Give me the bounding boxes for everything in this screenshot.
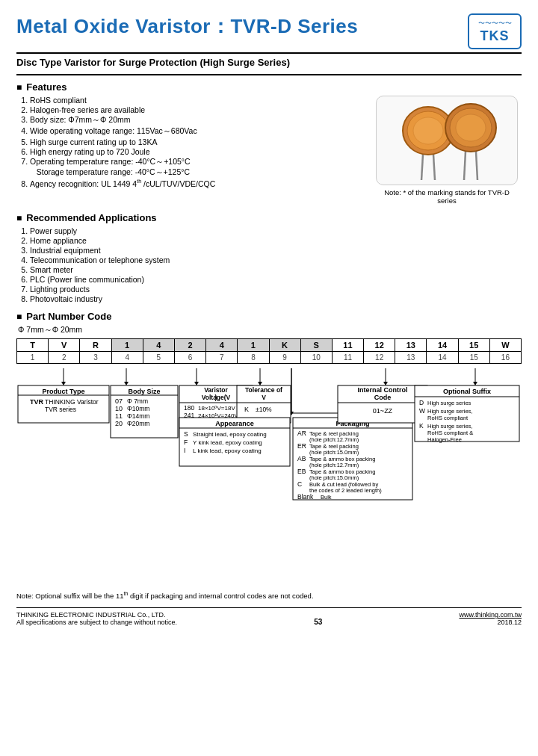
svg-marker-11 xyxy=(61,382,66,385)
svg-marker-17 xyxy=(258,382,262,385)
svg-text:RoHS compliant &: RoHS compliant & xyxy=(427,430,473,436)
features-list: RoHS compliant Halogen-free series are a… xyxy=(16,96,365,205)
svg-text:AR: AR xyxy=(297,430,306,437)
code-letter: 1 xyxy=(238,339,269,351)
svg-text:TVR series: TVR series xyxy=(45,406,76,413)
code-letter: 4 xyxy=(206,339,238,351)
svg-text:High surge series,: High surge series, xyxy=(427,408,472,415)
page-header: Metal Oxide Varistor：TVR-D Series 〜〜〜〜〜 … xyxy=(16,13,522,54)
svg-marker-23 xyxy=(473,382,477,385)
svg-text:Optional Suffix: Optional Suffix xyxy=(443,388,491,395)
svg-text:11: 11 xyxy=(115,412,123,420)
list-item: Halogen-free series are available xyxy=(30,105,365,114)
list-item: Photovoltaic industry xyxy=(30,294,522,303)
code-number: 4 xyxy=(112,352,143,363)
svg-text:Φ14mm: Φ14mm xyxy=(127,412,149,420)
svg-text:TVR: TVR xyxy=(30,398,44,406)
svg-text:Straight lead, epoxy coating: Straight lead, epoxy coating xyxy=(193,431,267,438)
svg-point-2 xyxy=(413,117,443,144)
applications-section: Recommended Applications Power supply Ho… xyxy=(16,212,522,303)
code-letter: 4 xyxy=(143,339,175,351)
svg-text:K: K xyxy=(419,422,424,430)
website: www.thinking.com.tw xyxy=(459,611,522,619)
product-image-column: Note: * of the marking stands for TVR-D … xyxy=(372,96,522,205)
svg-text:L kink lead, epoxy coating: L kink lead, epoxy coating xyxy=(193,447,262,454)
svg-point-7 xyxy=(456,114,486,141)
code-number: 16 xyxy=(490,352,521,363)
svg-text:10: 10 xyxy=(115,405,123,412)
list-item: Telecommunication or telephone system xyxy=(30,255,522,264)
disclaimer: All specifications are subject to change… xyxy=(16,619,177,626)
code-letter: 13 xyxy=(395,339,427,351)
svg-text:20: 20 xyxy=(115,420,123,427)
svg-text:Φ20mm: Φ20mm xyxy=(127,420,149,427)
list-item: PLC (Power line communication) xyxy=(30,275,522,284)
svg-text:S: S xyxy=(184,430,188,438)
svg-text:RoHS compliant: RoHS compliant xyxy=(427,415,469,421)
list-item: Body size: Φ7mm～Φ 20mm xyxy=(30,115,365,126)
svg-text:EB: EB xyxy=(297,468,306,475)
code-letter: W xyxy=(490,339,521,351)
code-number: 2 xyxy=(49,352,80,363)
features-layout: RoHS compliant Halogen-free series are a… xyxy=(16,96,522,205)
phi-range: Φ 7mm～Φ 20mm xyxy=(18,325,522,335)
svg-text:AB: AB xyxy=(297,455,306,462)
code-number: 12 xyxy=(364,352,395,363)
company-logo: 〜〜〜〜〜 TKS xyxy=(468,13,522,49)
svg-text:Appearance: Appearance xyxy=(215,420,254,427)
svg-text:V: V xyxy=(262,394,266,401)
code-letters-row: T V R 1 4 2 4 1 K S 11 12 13 14 15 W 1 2… xyxy=(16,338,522,364)
svg-text:I: I xyxy=(184,447,185,454)
code-letter: 14 xyxy=(427,339,458,351)
svg-text:ER: ER xyxy=(297,442,306,450)
svg-text:Halogen-Free: Halogen-Free xyxy=(427,436,462,443)
svg-text:(hole pitch:15.0mm): (hole pitch:15.0mm) xyxy=(309,449,359,456)
page-number: 53 xyxy=(314,618,322,626)
svg-line-3 xyxy=(421,155,423,180)
code-letter: 2 xyxy=(175,339,206,351)
code-number: 11 xyxy=(333,352,364,363)
svg-line-4 xyxy=(433,155,435,180)
svg-text:Tolerance of: Tolerance of xyxy=(245,386,282,394)
svg-marker-13 xyxy=(124,382,129,385)
code-letter: 1 xyxy=(112,339,143,351)
list-item: Industrial equipment xyxy=(30,246,522,255)
list-item: Lighting products xyxy=(30,285,522,294)
svg-text:High surge series,: High surge series, xyxy=(427,423,472,430)
list-item: Power supply xyxy=(30,226,522,235)
code-letter: V xyxy=(49,339,80,351)
varistor-illustration xyxy=(387,99,507,182)
svg-text:D: D xyxy=(419,399,424,406)
list-item: Agency recognition: UL 1449 4th /cUL/TUV… xyxy=(30,179,365,188)
svg-text:): ) xyxy=(215,394,217,401)
svg-text:01~ZZ: 01~ZZ xyxy=(373,407,393,415)
svg-text:High surge series: High surge series xyxy=(427,400,471,406)
pnc-section: Part Number Code Φ 7mm～Φ 20mm T V R 1 4 … xyxy=(16,311,522,583)
list-item: Smart meter xyxy=(30,265,522,274)
list-item: High surge current rating up to 13KA xyxy=(30,137,365,146)
code-letter: T xyxy=(17,339,49,351)
code-number: 15 xyxy=(459,352,490,363)
code-number: 7 xyxy=(206,352,238,363)
svg-text:Product Type: Product Type xyxy=(43,388,85,395)
svg-text:Body Size: Body Size xyxy=(128,388,160,395)
svg-text:±10%: ±10% xyxy=(256,406,272,413)
page-title: Metal Oxide Varistor：TVR-D Series xyxy=(16,13,358,40)
svg-text:F: F xyxy=(184,439,188,446)
svg-marker-15 xyxy=(194,382,199,385)
code-letter: R xyxy=(80,339,111,351)
list-item: High energy rating up to 720 Joule xyxy=(30,147,365,156)
svg-text:18×10⁰V=18V: 18×10⁰V=18V xyxy=(198,405,235,412)
footer-right: www.thinking.com.tw 2018.12 xyxy=(459,611,522,626)
list-item: Wide operating voltage range: 115Vac～680… xyxy=(30,126,365,137)
code-number: 13 xyxy=(395,352,427,363)
svg-text:Φ10mm: Φ10mm xyxy=(127,405,149,412)
note-line: Note: Optional suffix will be the 11th d… xyxy=(16,591,522,600)
image-note: Note: * of the marking stands for TVR-D … xyxy=(380,188,514,205)
code-number: 6 xyxy=(175,352,206,363)
svg-text:C: C xyxy=(297,480,302,488)
code-number: 3 xyxy=(80,352,111,363)
company-name: THINKING ELECTRONIC INDUSTRIAL Co., LTD. xyxy=(16,611,177,619)
varistor-image-box xyxy=(376,96,518,185)
code-number: 14 xyxy=(427,352,458,363)
